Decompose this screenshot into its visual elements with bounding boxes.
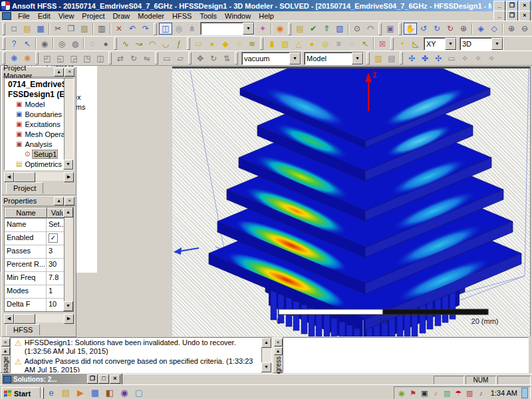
draw-equation-curve-icon[interactable]: ƒ (172, 38, 186, 50)
pan-icon[interactable]: ✋ (404, 23, 417, 35)
project-tree-item[interactable]: 0714_EmdriveS04 (6, 79, 72, 89)
calculator-icon[interactable]: ▦ (88, 386, 102, 399)
menu-item[interactable]: Project (78, 11, 108, 21)
open-icon[interactable]: ▤ (21, 23, 34, 35)
snap-mode-icon[interactable]: ✣ (405, 53, 418, 65)
measure-position-icon[interactable]: ▭ (445, 53, 458, 65)
snap-vertex-icon[interactable]: ✤ (418, 53, 432, 65)
separate-bodies-icon[interactable]: ◫ (94, 53, 107, 65)
project-tree-hscroll[interactable]: ◀ ▶ (4, 172, 74, 181)
material-editor-icon[interactable]: ▤ (385, 53, 398, 65)
title-bar[interactable]: Ansoft HFSS - 20150714_EmdriveS04_7_6GHz… (0, 0, 532, 11)
create-report-icon[interactable]: ◠ (364, 23, 377, 35)
measure-volume-icon[interactable]: ✧ (485, 53, 498, 65)
draw-cylinder-icon[interactable]: ▮ (265, 38, 279, 50)
copy-icon[interactable]: ❐ (65, 23, 78, 35)
scroll-right-icon[interactable]: ▶ (64, 314, 74, 324)
project-tree-item[interactable]: ▣ Model (6, 99, 72, 109)
zoom-area-icon[interactable]: ⊙ (350, 23, 364, 35)
property-row[interactable]: Passes 3 (5, 245, 73, 259)
rotate-tool-icon[interactable]: ↻ (207, 53, 220, 65)
draw-spline-icon[interactable]: ↝ (132, 38, 146, 50)
tab-project[interactable]: Project (6, 182, 43, 194)
properties-header[interactable]: Properties ▴ × (2, 196, 76, 206)
menu-item[interactable]: Edit (34, 11, 55, 21)
print-icon[interactable]: ▥ (95, 23, 108, 35)
chevron-down-icon[interactable]: ▼ (445, 38, 456, 50)
mdi-close-button[interactable]: × (519, 11, 531, 21)
validation-check-icon[interactable]: ✔ (307, 23, 320, 35)
minimize-button[interactable]: _ (493, 1, 505, 11)
project-tree-item[interactable]: ▣ Analysis (6, 139, 72, 149)
pin-icon[interactable]: ▴ (274, 347, 283, 355)
draw-sweep-icon[interactable]: ↖ (358, 38, 372, 50)
network-offline-icon[interactable]: ⚑ (408, 388, 419, 398)
pin-icon[interactable]: ▴ (54, 68, 64, 76)
project-tree-item[interactable]: ▣ Mesh Operations (6, 129, 72, 139)
menu-item[interactable]: File (14, 11, 34, 21)
menu-item[interactable]: View (55, 11, 78, 21)
paste-icon[interactable]: ▨ (78, 23, 91, 35)
print-error-icon[interactable]: ▥ (464, 388, 475, 398)
menu-item[interactable]: Tools (196, 11, 221, 21)
show-hide-selection-icon[interactable]: ◉ (38, 38, 51, 50)
submit-job-icon[interactable]: ◎ (172, 23, 186, 35)
project-tree-item[interactable]: ▣ Boundaries (6, 109, 72, 119)
menu-item[interactable]: Help (255, 11, 278, 21)
restore-button[interactable]: ❐ (87, 374, 98, 384)
close-icon[interactable]: × (65, 68, 74, 76)
scroll-right-icon[interactable]: ▶ (64, 172, 74, 182)
property-row[interactable]: Enabled ✓ (5, 232, 73, 245)
new-file-icon[interactable]: □ (7, 23, 21, 35)
zoom-out-window-icon[interactable]: ◇ (487, 23, 501, 35)
zoom-in-window-icon[interactable]: ◈ (474, 23, 487, 35)
split-icon[interactable]: ◳ (80, 53, 94, 65)
chevron-down-icon[interactable]: ▼ (243, 23, 254, 35)
project-tree-vscroll[interactable]: ▼ (64, 78, 73, 170)
show-desktop-button[interactable] (521, 388, 528, 398)
name-filter-combo[interactable]: ▼ (200, 22, 255, 35)
close-icon[interactable]: × (1, 338, 10, 346)
draw-box-icon[interactable]: ▧ (279, 38, 292, 50)
project-manager-header[interactable]: Project Manager ▴ × (2, 67, 76, 77)
draw-spiral-icon[interactable]: ◌ (345, 38, 358, 50)
dynamic-zoom-icon[interactable]: ⊕ (457, 23, 470, 35)
draw-ellipse-icon[interactable]: ○ (232, 38, 245, 50)
assign-material-icon[interactable]: ▥ (372, 53, 385, 65)
fields-overlay-icon[interactable]: ❋ (7, 53, 21, 65)
hfss-icon[interactable]: ◉ (117, 386, 132, 399)
drawing-plane-combo[interactable]: XY ▼ (424, 37, 457, 51)
draw-circle-icon[interactable]: ● (205, 38, 219, 50)
solution-profile-icon[interactable]: ▤ (293, 23, 307, 35)
move-icon[interactable]: ✥ (194, 53, 207, 65)
pin-icon[interactable]: ▴ (54, 197, 64, 205)
mdi-minimize-button[interactable]: _ (493, 11, 505, 21)
properties-hscroll[interactable]: ◀ ▶ (4, 314, 74, 323)
redo-icon[interactable]: ↷ (139, 23, 152, 35)
project-tree-item[interactable]: ▤ Optimetrics (6, 159, 72, 169)
avira-antivir-icon[interactable]: ☂ (453, 388, 464, 398)
snap-edge-icon[interactable]: ✣ (432, 53, 445, 65)
paint-icon[interactable]: ◧ (102, 386, 117, 399)
purge-history-icon[interactable]: ⊠ (376, 38, 389, 50)
draw-helix-icon[interactable]: ≡ (332, 38, 345, 50)
chevron-down-icon[interactable]: ▼ (289, 53, 301, 65)
draw-line-icon[interactable]: ∿ (119, 38, 132, 50)
modeler-3d-viewport[interactable]: Z 0 10 20 (mm) (172, 66, 531, 336)
media-player-icon[interactable]: ▶ (73, 386, 88, 399)
maximize-button[interactable]: □ (98, 374, 109, 384)
movement-mode-combo[interactable]: 3D ▼ (460, 37, 503, 51)
unite-icon[interactable]: ◰ (41, 53, 54, 65)
scroll-down-icon[interactable]: ▼ (63, 160, 73, 170)
notepad-icon[interactable]: ▢ (132, 386, 146, 399)
analyze-all-icon[interactable]: ⇑ (320, 23, 333, 35)
scroll-thumb[interactable] (14, 172, 35, 182)
delete-icon[interactable]: ✕ (112, 23, 126, 35)
message-tabstrip[interactable]: × ▴ Message (0, 337, 11, 373)
tab-hfss[interactable]: HFSS (6, 324, 40, 335)
component-library-icon[interactable]: ◉ (273, 23, 287, 35)
property-row[interactable]: Name Set... (5, 219, 73, 232)
explorer-icon[interactable]: ▤ (59, 386, 73, 399)
project-tree-item[interactable]: ▥ Results (6, 169, 72, 170)
distributed-jobs-icon[interactable]: ⋔ (186, 23, 199, 35)
